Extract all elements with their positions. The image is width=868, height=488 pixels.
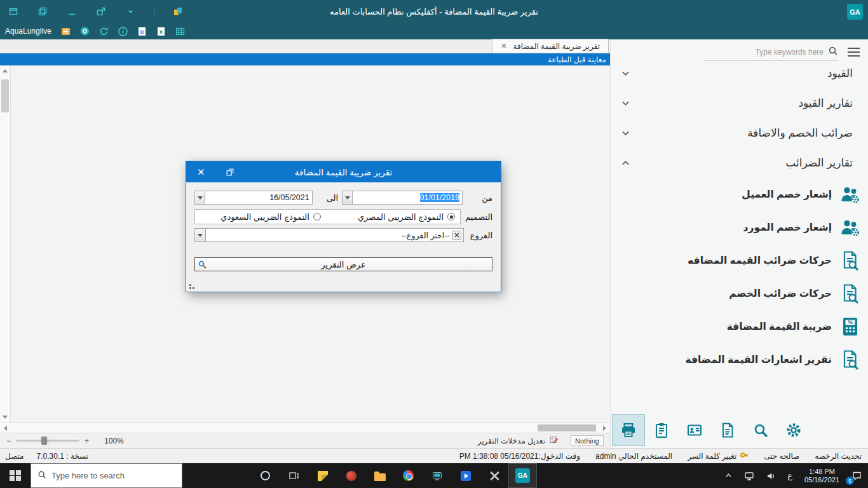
dialog-close-icon[interactable]: ✕ — [197, 167, 205, 177]
language-indicator[interactable]: ع — [782, 463, 798, 488]
design-options-group: النموذج الضريبي المصري النموذج الضريبي ا… — [194, 209, 461, 224]
sidebar-section-entry-reports[interactable]: تقارير القيود — [611, 88, 868, 118]
resize-grip[interactable] — [189, 287, 191, 289]
edit-report-icon[interactable] — [550, 435, 559, 446]
dock-id-card-button[interactable] — [678, 414, 711, 446]
tab-close-icon[interactable]: ✕ — [501, 43, 506, 50]
edit-report-inputs-label[interactable]: تعديل مدخلات التقرير — [478, 437, 545, 445]
to-date-input[interactable]: 16/05/2021 — [205, 191, 313, 205]
from-date-dropdown-icon[interactable] — [342, 191, 353, 205]
renew-license-link[interactable]: تحديث الرخصه — [815, 452, 862, 461]
radio-saudi-tax-form[interactable]: النموذج الضريبي السعودي — [220, 212, 321, 222]
dock-printer-button[interactable] — [612, 414, 645, 446]
dock-search-button[interactable] — [744, 414, 777, 446]
info-icon[interactable] — [118, 25, 129, 37]
change-password-link[interactable]: تغيير كلمة السر — [688, 451, 749, 461]
folder-icon — [374, 473, 386, 481]
radio-egyptian-tax-form[interactable]: النموذج الضريبي المصري — [358, 212, 455, 222]
sidebar-item-supplier-discount-notice[interactable]: إشعار خصم المورد — [611, 211, 868, 244]
dialog-popout-icon[interactable] — [226, 168, 234, 177]
dock-settings-button[interactable] — [777, 414, 810, 446]
search-icon — [198, 260, 207, 269]
change-password-label: تغيير كلمة السر — [688, 452, 736, 461]
ga-app-active[interactable]: GA — [508, 463, 537, 488]
minimize-icon[interactable] — [66, 6, 78, 17]
branches-dropdown-icon[interactable] — [195, 229, 206, 241]
file-explorer-app[interactable] — [365, 463, 394, 488]
document-icon — [719, 422, 736, 438]
id-card-icon — [686, 422, 703, 438]
dock-document-button[interactable] — [711, 414, 744, 446]
clear-selection-icon[interactable] — [452, 231, 461, 240]
show-report-label: عرض التقرير — [321, 260, 365, 269]
item-label: حركات ضرائب القيمه المضافه — [688, 255, 832, 266]
task-view-button[interactable] — [280, 463, 308, 488]
sidebar-item-vat-transactions[interactable]: حركات ضرائب القيمه المضافه — [611, 244, 868, 277]
print-preview-header: معاينة قبل الطباعة — [0, 53, 610, 65]
scroll-right-icon[interactable] — [603, 426, 606, 431]
radio-dot — [447, 213, 455, 220]
dock-clipboard-button[interactable] — [645, 414, 678, 446]
from-date-input[interactable]: 01/01/2019 — [353, 191, 463, 205]
key-icon — [740, 451, 749, 461]
sidebar-items: إشعار خصم العميل إشعار خصم المورد حركات … — [611, 178, 868, 376]
window-icon[interactable] — [8, 6, 19, 17]
volume-icon[interactable] — [760, 463, 782, 488]
xls-export-icon[interactable]: X — [156, 25, 167, 37]
network-icon[interactable] — [738, 463, 760, 488]
refresh-icon[interactable] — [98, 25, 110, 37]
cortana-button[interactable] — [251, 463, 280, 488]
scroll-left-icon[interactable] — [4, 426, 7, 431]
search-icon[interactable] — [828, 46, 838, 58]
notebook-icon[interactable] — [60, 25, 72, 37]
sidebar-item-vat[interactable]: % ضريبة القيمة المضافة — [611, 310, 868, 343]
sidebar-section-tax-reports[interactable]: تقارير الضرائب — [611, 148, 868, 178]
to-date-dropdown-icon[interactable] — [194, 191, 205, 205]
to-date-picker[interactable]: 16/05/2021 — [194, 191, 313, 205]
tab-vat-report[interactable]: ✕ تقرير ضريبة القيمة المضافة — [492, 39, 609, 53]
zoom-slider-thumb[interactable] — [41, 437, 47, 445]
sidebar-item-customer-discount-notice[interactable]: إشعار خصم العميل — [611, 178, 868, 211]
dialog-titlebar[interactable]: ✕ تقرير ضريبة القيمة المضافة — [186, 161, 501, 182]
taskbar-search[interactable]: Type here to search — [31, 463, 182, 488]
show-report-button[interactable]: عرض التقرير — [194, 257, 492, 271]
sidebar-item-withholding-transactions[interactable]: حركات ضرائب الخصم — [611, 277, 868, 310]
media-player-app[interactable] — [451, 463, 480, 488]
horizontal-scroll-thumb[interactable] — [538, 424, 596, 431]
sidebar-item-vat-notices-report[interactable]: تقرير اشعارات القيمة المضافة — [611, 343, 868, 376]
branches-combobox[interactable]: --اختر الفروع-- — [194, 228, 464, 242]
menu-icon[interactable] — [848, 48, 860, 57]
zoom-slider-track[interactable] — [16, 440, 79, 442]
horizontal-scrollbar[interactable] — [0, 423, 610, 433]
zoom-out-icon[interactable]: − — [6, 437, 11, 445]
zoom-control[interactable]: − + 100% — [6, 437, 124, 445]
export-window-icon[interactable] — [95, 6, 107, 17]
from-date-picker[interactable]: 01/01/2019 — [342, 191, 463, 205]
scroll-up-icon[interactable] — [3, 69, 8, 72]
vertical-scroll-thumb[interactable] — [1, 79, 9, 112]
search-input[interactable] — [703, 48, 828, 57]
webcam-icon[interactable] — [79, 25, 91, 37]
sidebar-section-entries[interactable]: القيود — [611, 58, 868, 88]
doc-export-icon[interactable]: D — [137, 25, 148, 37]
zoom-percent: 100% — [104, 437, 124, 445]
action-center-icon[interactable]: 5 — [846, 463, 868, 488]
clock-time: 1:48 PM — [809, 468, 835, 476]
scroll-down-icon[interactable] — [3, 416, 8, 419]
media-red-app[interactable] — [337, 463, 365, 488]
grid-icon[interactable] — [175, 25, 186, 37]
sticky-notes-app[interactable] — [308, 463, 337, 488]
chrome-app[interactable] — [394, 463, 423, 488]
cascade-windows-icon[interactable] — [37, 6, 48, 17]
chevron-down-icon[interactable] — [125, 6, 136, 17]
tray-expand-icon[interactable] — [719, 463, 738, 488]
zoom-in-icon[interactable]: + — [85, 437, 89, 445]
start-button[interactable] — [0, 463, 31, 488]
tools-app[interactable] — [480, 463, 508, 488]
report-state-box: Nothing — [571, 435, 604, 446]
vertical-scrollbar[interactable] — [0, 65, 11, 423]
tv-media-app[interactable] — [423, 463, 451, 488]
from-date-value: 01/01/2019 — [420, 193, 460, 202]
taskbar-clock[interactable]: 1:48 PM 05/16/2021 — [798, 468, 846, 484]
sidebar-section-withholding-taxes[interactable]: ضرائب الخصم والاضافة — [611, 118, 868, 148]
